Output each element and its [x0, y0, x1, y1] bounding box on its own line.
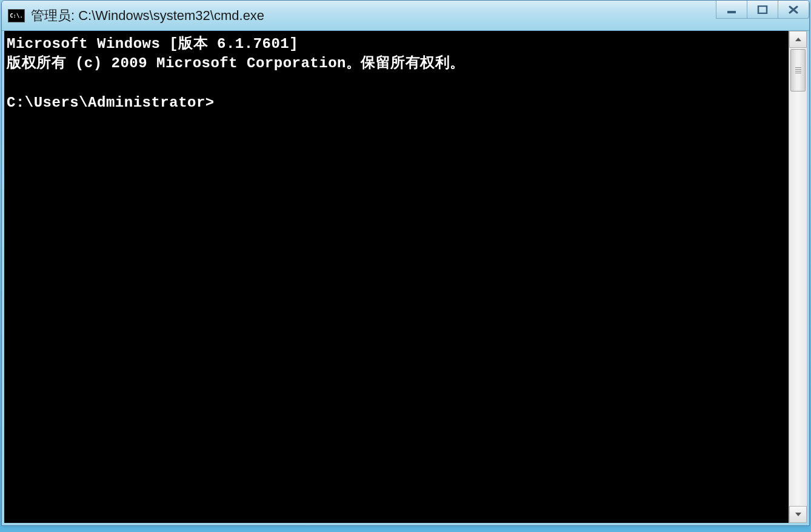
vertical-scrollbar[interactable] — [789, 31, 807, 523]
console-output[interactable]: Microsoft Windows [版本 6.1.7601] 版权所有 (c)… — [4, 31, 789, 523]
console-line-copyright: 版权所有 (c) 2009 Microsoft Corporation。保留所有… — [7, 55, 465, 71]
close-icon — [788, 5, 799, 14]
svg-rect-1 — [758, 6, 767, 13]
scroll-up-button[interactable] — [789, 31, 807, 48]
scroll-track[interactable] — [789, 48, 807, 506]
maximize-button[interactable] — [747, 1, 778, 19]
titlebar[interactable]: C:\. 管理员: C:\Windows\system32\cmd.exe — [2, 1, 809, 31]
minimize-button[interactable] — [716, 1, 747, 19]
minimize-icon — [726, 5, 737, 14]
svg-rect-0 — [727, 11, 736, 13]
maximize-icon — [757, 5, 768, 14]
cmd-window: C:\. 管理员: C:\Windows\system32\cmd.exe Mi… — [1, 0, 810, 526]
app-icon-text: C:\. — [10, 13, 23, 19]
app-icon: C:\. — [8, 9, 25, 22]
window-controls — [716, 1, 809, 19]
scroll-down-button[interactable] — [789, 506, 807, 523]
console-line-version: Microsoft Windows [版本 6.1.7601] — [7, 36, 298, 52]
chevron-down-icon — [795, 511, 802, 517]
close-button[interactable] — [778, 1, 809, 19]
client-area: Microsoft Windows [版本 6.1.7601] 版权所有 (c)… — [2, 31, 809, 525]
window-title: 管理员: C:\Windows\system32\cmd.exe — [31, 7, 264, 25]
scroll-thumb[interactable] — [790, 49, 806, 91]
chevron-up-icon — [795, 36, 802, 42]
console-prompt: C:\Users\Administrator> — [7, 95, 215, 111]
